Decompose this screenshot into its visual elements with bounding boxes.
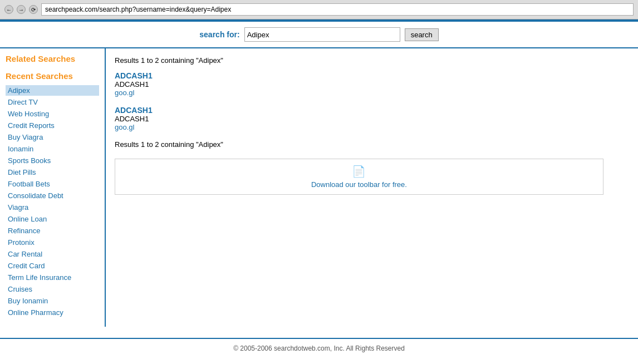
- sidebar-link-credit-card[interactable]: Credit Card: [6, 260, 99, 271]
- sidebar-link-online-pharmacy[interactable]: Online Pharmacy: [6, 307, 99, 318]
- sidebar-link-web-hosting[interactable]: Web Hosting: [6, 109, 99, 119]
- result-desc: ADCASH1: [115, 80, 629, 88]
- sidebar-link-adipex[interactable]: Adipex: [6, 85, 99, 96]
- result-title[interactable]: ADCASH1: [115, 106, 629, 115]
- main-layout: Related Searches Recent Searches AdipexD…: [0, 48, 638, 327]
- toolbar-image: 📄: [121, 165, 597, 178]
- sidebar: Related Searches Recent Searches AdipexD…: [0, 48, 106, 327]
- footer: © 2005-2006 searchdotweb.com, Inc. All R…: [0, 339, 638, 358]
- search-button[interactable]: search: [405, 28, 439, 41]
- sidebar-link-consolidate-debt[interactable]: Consolidate Debt: [6, 190, 99, 201]
- address-bar[interactable]: [41, 3, 634, 16]
- recent-searches-list: AdipexDirect TVWeb HostingCredit Reports…: [6, 85, 99, 318]
- related-searches-title: Related Searches: [6, 54, 99, 63]
- result-item: ADCASH1ADCASH1goo.gl: [115, 106, 629, 131]
- result-item: ADCASH1ADCASH1goo.gl: [115, 71, 629, 97]
- sidebar-link-direct-tv[interactable]: Direct TV: [6, 97, 99, 107]
- sidebar-link-refinance[interactable]: Refinance: [6, 225, 99, 236]
- search-header: search for: search: [0, 22, 638, 47]
- browser-chrome: ← → ⟳: [0, 0, 638, 19]
- results-list: ADCASH1ADCASH1goo.glADCASH1ADCASH1goo.gl: [115, 71, 629, 131]
- sidebar-link-ionamin[interactable]: Ionamin: [6, 144, 99, 154]
- sidebar-link-credit-reports[interactable]: Credit Reports: [6, 120, 99, 131]
- result-desc: ADCASH1: [115, 115, 629, 123]
- sidebar-link-term-life-insurance[interactable]: Term Life Insurance: [6, 272, 99, 283]
- result-url[interactable]: goo.gl: [115, 123, 134, 131]
- sidebar-link-diet-pills[interactable]: Diet Pills: [6, 167, 99, 178]
- sidebar-link-cruises[interactable]: Cruises: [6, 284, 99, 294]
- sidebar-link-viagra[interactable]: Viagra: [6, 202, 99, 213]
- sidebar-link-buy-viagra[interactable]: Buy Viagra: [6, 132, 99, 142]
- forward-button[interactable]: →: [17, 5, 26, 14]
- result-title[interactable]: ADCASH1: [115, 71, 629, 80]
- sidebar-link-buy-ionamin[interactable]: Buy Ionamin: [6, 296, 99, 306]
- sidebar-link-online-loan[interactable]: Online Loan: [6, 214, 99, 224]
- toolbar-banner: 📄 Download our toolbar for free.: [115, 159, 603, 195]
- footer-text: © 2005-2006 searchdotweb.com, Inc. All R…: [233, 345, 405, 352]
- toolbar-link[interactable]: Download our toolbar for free.: [311, 180, 407, 189]
- refresh-button[interactable]: ⟳: [29, 5, 38, 14]
- sidebar-link-protonix[interactable]: Protonix: [6, 237, 99, 248]
- results-count-bottom: Results 1 to 2 containing "Adipex": [115, 140, 629, 149]
- sidebar-link-sports-books[interactable]: Sports Books: [6, 155, 99, 166]
- search-input[interactable]: [244, 27, 400, 42]
- content-area: Results 1 to 2 containing "Adipex" ADCAS…: [106, 48, 638, 327]
- results-count-top: Results 1 to 2 containing "Adipex": [115, 56, 629, 65]
- sidebar-link-car-rental[interactable]: Car Rental: [6, 249, 99, 259]
- search-for-label: search for:: [199, 30, 239, 39]
- sidebar-link-football-bets[interactable]: Football Bets: [6, 179, 99, 189]
- back-button[interactable]: ←: [4, 5, 13, 14]
- result-url[interactable]: goo.gl: [115, 88, 134, 97]
- recent-searches-title: Recent Searches: [6, 71, 99, 81]
